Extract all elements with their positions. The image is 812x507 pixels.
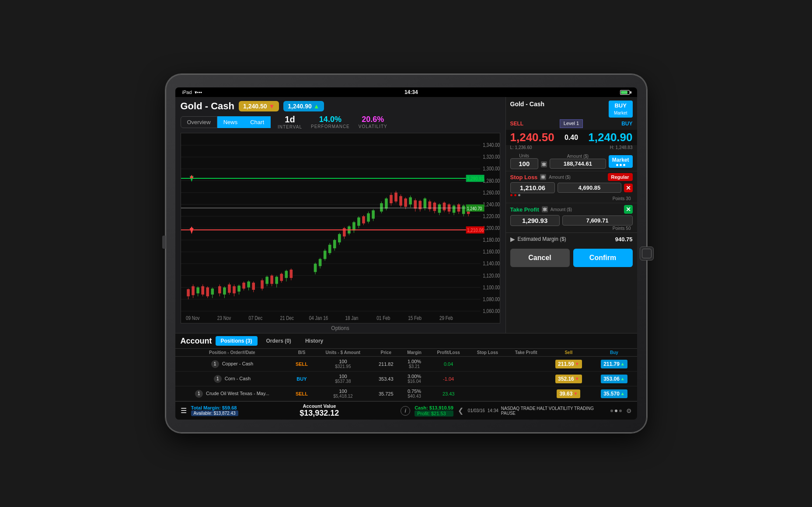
stop-loss-amount[interactable]: 4,690.85 [558,183,621,193]
position-name: 1 Crude Oil West Texas - May... [175,386,289,401]
svg-rect-79 [285,271,288,278]
svg-rect-91 [333,240,336,248]
svg-text:1,240.00: 1,240.00 [483,201,500,207]
carrier-label: iPad [182,90,192,95]
info-icon[interactable]: i [401,406,410,416]
svg-text:1,120.00: 1,120.00 [483,273,500,278]
svg-text:1,280.00: 1,280.00 [483,178,500,184]
position-pl: 0.04 [429,357,469,372]
buy-market-button[interactable]: BUY Market [609,101,633,118]
svg-rect-95 [343,228,346,236]
stop-loss-points: Points 30 [510,196,633,201]
est-margin-chevron[interactable]: ▶ [510,236,515,243]
svg-text:04 Jan 16: 04 Jan 16 [309,315,328,321]
stop-loss-adjust-icon[interactable] [540,174,546,180]
performance-value: 14.0% [319,115,342,124]
position-tp [506,357,546,372]
tab-history[interactable]: History [300,336,328,346]
position-sell-price[interactable]: 352.16 ▼ [546,372,591,386]
position-units: 100$5,418.12 [314,386,372,401]
prev-icon[interactable]: ❮ [458,406,464,415]
svg-rect-49 [206,288,209,296]
units-value[interactable]: 100 [510,158,538,169]
stop-loss-delete-button[interactable]: ✕ [624,184,633,192]
take-profit-amount[interactable]: 7,609.71 [562,215,633,226]
spread-value: 0.40 [563,134,580,142]
tab-overview[interactable]: Overview [181,116,217,128]
col-bs: B/S [289,349,314,357]
svg-rect-51 [211,288,214,295]
low-price: L: 1,236.60 [510,145,532,150]
svg-rect-85 [318,259,321,266]
market-button[interactable]: Market [609,155,633,168]
position-sell-price[interactable]: 211.59 ▼ [546,357,591,372]
col-pl: Profit/Loss [429,349,469,357]
status-bar: iPad ▾••• 14:34 [175,87,637,97]
stop-loss-value[interactable]: 1,210.06 [510,182,555,193]
svg-text:1,100.00: 1,100.00 [483,285,500,290]
menu-icon[interactable]: ☰ [181,406,187,415]
svg-rect-63 [242,283,245,289]
take-profit-value[interactable]: 1,290.93 [510,215,560,226]
account-value-label: Account Value [303,403,336,409]
take-profit-adjust-icon[interactable] [542,206,548,212]
position-sell-price[interactable]: 39.63 ▼ [546,386,591,401]
svg-rect-135 [443,203,446,211]
volatility-label: VOLATILITY [359,124,387,129]
svg-rect-41 [187,289,190,296]
svg-rect-139 [452,205,455,212]
svg-rect-81 [289,270,293,278]
svg-rect-121 [409,197,412,204]
sell-price-badge: 1,240.50 ▼ [239,101,279,111]
position-margin: 3.00%$16.04 [400,372,428,386]
svg-text:1,080.00: 1,080.00 [483,296,500,302]
home-button[interactable] [640,247,654,260]
cancel-button[interactable]: Cancel [510,249,570,267]
take-profit-close-button[interactable]: ✕ [624,205,633,214]
tab-orders[interactable]: Orders (0) [261,336,296,346]
svg-rect-75 [275,277,278,284]
svg-text:1,210.06: 1,210.06 [467,228,484,233]
high-price: H: 1,248.83 [610,145,633,150]
svg-rect-109 [380,203,383,212]
svg-rect-127 [423,198,426,208]
svg-rect-59 [233,286,236,293]
profit-value: Profit: $21.53 [415,410,453,417]
level-button[interactable]: Level 1 [560,119,583,128]
position-margin: 1.00%$3.21 [400,357,428,372]
table-row[interactable]: 1 Corn - Cash BUY 100$537.38 353.43 3.00… [175,372,637,386]
regular-button[interactable]: Regular [608,173,633,181]
position-units: 100$537.38 [314,372,372,386]
position-price: 211.82 [372,357,400,372]
positions-table: Position - Order#/Date B/S Units - $ Amo… [175,349,637,401]
buy-price-badge: 1,240.90 ▲ [283,101,324,111]
svg-rect-103 [362,216,365,223]
svg-text:1,260.00: 1,260.00 [483,190,500,195]
amount-value[interactable]: 188,744.61 [550,159,606,169]
interval-value: 1d [285,115,295,125]
confirm-button[interactable]: Confirm [573,249,633,267]
total-margin-label: Total Margin: $59.68 [191,405,238,410]
units-label: Units [519,153,529,158]
table-row[interactable]: 1 Copper - Cash SELL 100$321.95 211.82 1… [175,357,637,372]
svg-rect-119 [404,198,407,207]
tab-news[interactable]: News [217,116,244,128]
position-buy-price[interactable]: 211.79 ▲ [591,357,637,372]
svg-rect-115 [394,193,397,201]
svg-rect-107 [372,210,375,219]
order-title: Gold - Cash [510,101,545,108]
svg-rect-117 [399,196,402,206]
position-units: 100$321.95 [314,357,372,372]
tab-positions[interactable]: Positions (3) [216,336,258,346]
account-value: $13,932.12 [300,409,339,418]
tab-chart[interactable]: Chart [244,116,271,128]
position-buy-price[interactable]: 35.570 ▲ [591,386,637,401]
chart-area[interactable]: 1,340.00 1,320.00 1,300.00 1,280.00 1,26… [181,133,500,323]
svg-text:1,240.70: 1,240.70 [467,206,482,211]
gear-icon[interactable]: ⚙ [626,407,632,414]
take-profit-label: Take Profit [510,206,539,213]
options-label: Options [175,323,505,333]
position-buy-price[interactable]: 353.06 ▲ [591,372,637,386]
units-adjust-icon[interactable] [541,161,547,167]
table-row[interactable]: 1 Crude Oil West Texas - May... SELL 100… [175,386,637,401]
